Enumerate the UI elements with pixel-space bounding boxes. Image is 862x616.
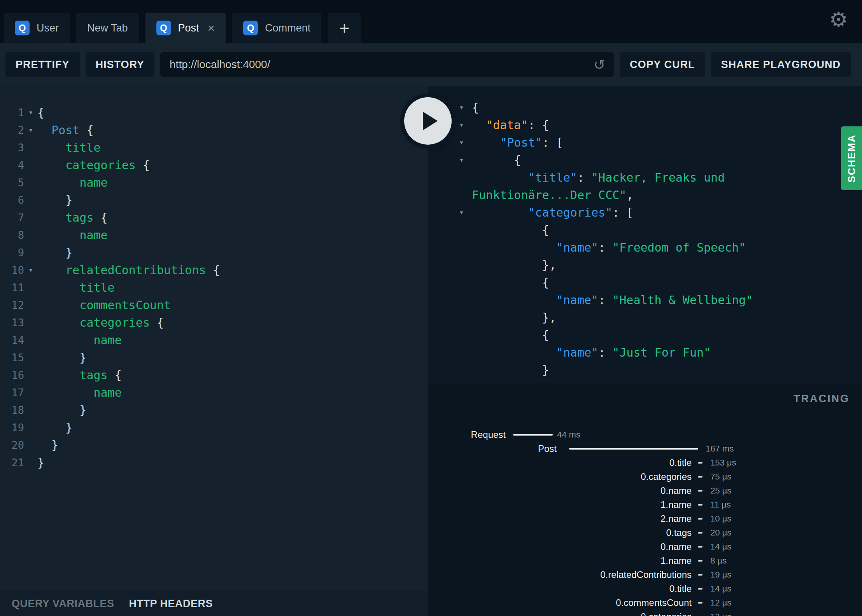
http-headers-tab[interactable]: HTTP HEADERS: [129, 598, 213, 610]
tracing-label: Post: [428, 443, 557, 454]
code-text: name: [37, 174, 108, 191]
fold-spacer: [24, 279, 37, 296]
code-text: relatedContributions {: [37, 261, 220, 279]
code-text: },: [472, 256, 556, 274]
editor-line: 12 commentsCount: [0, 296, 428, 314]
code-token: "data": [486, 118, 528, 132]
code-token: :: [598, 241, 612, 254]
fold-spacer: [24, 454, 37, 471]
code-token: [37, 281, 79, 294]
tracing-duration: 11 μs: [710, 500, 731, 510]
fold-spacer: [24, 226, 37, 244]
response-line: },: [428, 309, 862, 326]
share-playground-button[interactable]: SHARE PLAYGROUND: [711, 52, 851, 77]
code-token: {: [79, 123, 93, 137]
tracing-duration: 153 μs: [710, 458, 736, 468]
code-token: "Health & Wellbeing": [612, 293, 753, 307]
tracing-label: 0.tags: [428, 527, 692, 538]
fold-arrow-icon[interactable]: ▾: [459, 151, 472, 169]
fold-spacer: [459, 274, 472, 291]
tracing-duration: 14 μs: [710, 584, 731, 594]
fold-spacer: [459, 169, 472, 186]
response-viewer[interactable]: ▾{▾ "data": {▾ "Post": [▾ { "title": "Ha…: [428, 86, 862, 383]
fold-arrow-icon[interactable]: ▾: [459, 134, 472, 151]
tracing-dash: [698, 476, 703, 478]
code-text: {: [37, 104, 44, 121]
code-token: Funktionäre...Der CCC": [472, 188, 626, 202]
editor-line: 6 }: [0, 191, 428, 209]
fold-spacer: [24, 349, 37, 366]
fold-arrow-icon[interactable]: ▾: [459, 99, 472, 116]
new-tab-button[interactable]: +: [328, 13, 361, 43]
tab-label: New Tab: [87, 22, 128, 34]
fold-spacer: [459, 326, 472, 344]
code-token: [472, 206, 528, 219]
code-token: {: [472, 153, 521, 167]
fold-arrow-icon[interactable]: ▾: [24, 261, 37, 279]
code-token: }: [37, 403, 86, 417]
tracing-label: 0.name: [428, 541, 692, 552]
line-number: 19: [0, 419, 24, 436]
code-text: Funktionäre...Der CCC",: [472, 186, 633, 204]
tab-post[interactable]: QPost×: [145, 13, 226, 43]
tracing-resolver-root-row: Post 167 ms: [428, 442, 862, 456]
tab-label: Comment: [265, 22, 310, 34]
fold-arrow-icon[interactable]: ▾: [24, 104, 37, 121]
tracing-dash: [698, 588, 703, 590]
query-variables-tab[interactable]: QUERY VARIABLES: [12, 598, 114, 610]
tab-comment[interactable]: QComment: [232, 13, 321, 43]
code-token: {: [37, 106, 44, 119]
fold-spacer: [459, 239, 472, 256]
response-line: ▾{: [428, 99, 862, 116]
tracing-bar: [569, 448, 698, 450]
tracing-label: 0.title: [428, 583, 692, 594]
response-line: ▾ "data": {: [428, 116, 862, 134]
fold-spacer: [24, 296, 37, 314]
execute-query-button[interactable]: [404, 97, 452, 145]
tracing-dash: [698, 518, 703, 520]
settings-gear-icon[interactable]: ⚙: [829, 9, 848, 30]
close-icon[interactable]: ×: [208, 22, 215, 34]
code-token: {: [472, 328, 549, 342]
code-token: commentsCount: [79, 298, 171, 312]
code-token: : [: [542, 136, 563, 149]
reload-icon[interactable]: ↺: [594, 57, 605, 73]
tracing-duration: 12 μs: [710, 598, 731, 608]
code-token: tags: [65, 211, 93, 224]
fold-arrow-icon[interactable]: ▾: [24, 121, 37, 139]
tracing-title: TRACING: [794, 393, 850, 405]
code-text: "categories": [: [472, 204, 633, 221]
schema-sidebar-tab[interactable]: SCHEMA: [841, 126, 862, 190]
line-number: 13: [0, 314, 24, 331]
code-token: [37, 211, 65, 224]
code-token: {: [150, 316, 164, 329]
fold-spacer: [459, 344, 472, 361]
code-text: categories {: [37, 314, 164, 331]
code-text: }: [472, 361, 549, 379]
code-text: {: [472, 326, 549, 344]
tab-user[interactable]: QUser: [4, 13, 70, 43]
tracing-row: 2.name10 μs: [428, 512, 862, 526]
tab-new-tab[interactable]: New Tab: [76, 13, 139, 43]
code-token: "name": [556, 346, 598, 359]
code-token: {: [206, 263, 220, 277]
tab-bar: QUserNew TabQPost×QComment + ⚙: [0, 0, 862, 43]
tracing-row: 0.name25 μs: [428, 484, 862, 498]
code-text: tags {: [37, 366, 122, 384]
editor-line: 9 }: [0, 244, 428, 261]
prettify-button[interactable]: PRETTIFY: [5, 52, 80, 77]
response-line: ▾ {: [428, 151, 862, 169]
fold-arrow-icon[interactable]: ▾: [459, 116, 472, 134]
code-text: tags {: [37, 209, 108, 226]
code-token: :: [577, 171, 591, 184]
query-editor[interactable]: 1▾{2▾ Post {3 title4 categories {5 name6…: [0, 86, 428, 591]
endpoint-url-input[interactable]: [160, 52, 614, 77]
tracing-dash: [698, 504, 703, 506]
history-button[interactable]: HISTORY: [86, 52, 155, 77]
fold-arrow-icon[interactable]: ▾: [459, 204, 472, 221]
response-line: {: [428, 221, 862, 239]
copy-curl-button[interactable]: COPY CURL: [620, 52, 705, 77]
code-text: "title": "Hacker, Freaks und: [472, 169, 725, 186]
code-token: "categories": [528, 206, 613, 219]
tracing-duration: 44 ms: [557, 430, 580, 440]
